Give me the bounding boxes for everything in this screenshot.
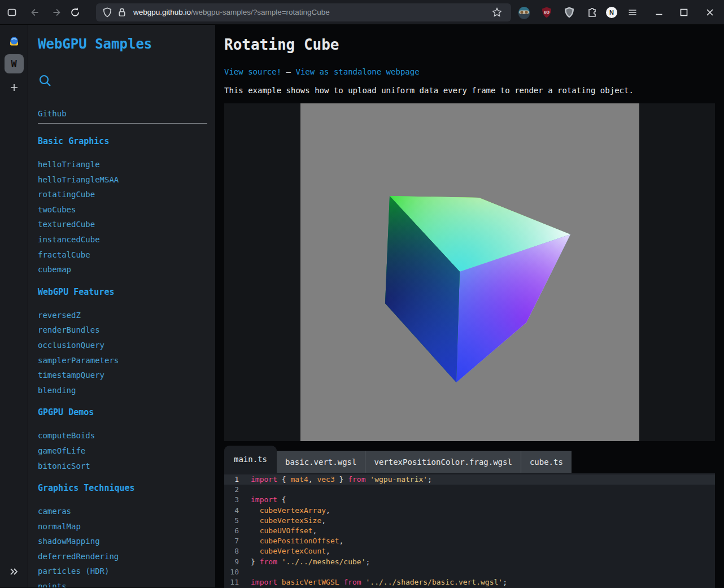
double-chevron-right-icon [8,565,20,578]
maximize-icon [678,7,690,18]
reload-icon [69,7,81,18]
sample-link-instancedCube[interactable]: instancedCube [38,235,207,250]
expand-sidebar-button[interactable] [8,565,20,580]
section-list: camerasnormalMapshadowMappingdeferredRen… [38,507,207,587]
code-tab-main-ts[interactable]: main.ts [224,446,277,473]
sample-link-gameOfLife[interactable]: gameOfLife [38,446,207,461]
code-text: import { mat4, vec3 } from 'wgpu-matrix'… [251,474,432,485]
webgpu-favicon: W [11,58,16,69]
code-line: 7 cubePositionOffset, [224,536,715,546]
bookmark-star-button[interactable] [489,4,505,21]
active-tab-button[interactable]: W [5,54,24,73]
section-list: helloTrianglehelloTriangleMSAArotatingCu… [38,160,207,280]
maximize-button[interactable] [674,3,694,22]
sample-link-bitonicSort[interactable]: bitonicSort [38,461,207,477]
sample-link-timestampQuery[interactable]: timestampQuery [38,371,207,386]
section-title: GPGPU Demos [38,407,207,417]
sample-link-points[interactable]: points [38,582,207,587]
sample-link-fractalCube[interactable]: fractalCube [38,250,207,265]
ublock-shield-icon: uO [540,6,553,19]
url-host: webgpu.github.io [133,8,191,16]
sample-link-particles-HDR-[interactable]: particles (HDR) [38,567,207,582]
sample-link-renderBundles[interactable]: renderBundles [38,325,207,341]
pinned-tab-favicon-button[interactable] [5,32,24,51]
lock-icon [116,7,128,18]
canvas-panel [224,103,715,441]
code-line: 6 cubeUVOffset, [224,526,715,536]
vertical-tab-bar: W [0,25,28,587]
menu-button[interactable] [624,4,641,21]
sample-link-deferredRendering[interactable]: deferredRendering [38,552,207,567]
line-number: 7 [224,536,239,546]
standalone-link[interactable]: View as standalone webpage [295,67,419,76]
code-line: 10 [224,567,715,577]
code-editor[interactable]: 1import { mat4, vec3 } from 'wgpu-matrix… [224,473,715,588]
star-icon [491,7,503,18]
section-list: computeBoidsgameOfLifebitonicSort [38,431,207,476]
line-number: 6 [224,526,239,536]
extension-ublock-button[interactable]: uO [538,4,555,21]
line-number: 8 [224,546,239,556]
code-text: cubeVertexArray, [251,506,330,516]
line-number: 2 [224,485,239,495]
line-number: 4 [224,506,239,516]
forward-button[interactable] [49,4,66,21]
back-arrow-icon [29,7,40,18]
sample-link-helloTriangleMSAA[interactable]: helloTriangleMSAA [38,175,207,190]
sample-title: Rotating Cube [224,35,715,54]
code-tab-basic-vert-wgsl[interactable]: basic.vert.wgsl [277,451,365,473]
code-line: 9} from '../../meshes/cube'; [224,557,715,567]
browser-toolbar: webgpu.github.io/webgpu-samples/?sample=… [0,0,724,25]
line-number: 10 [224,567,239,577]
back-button[interactable] [26,4,43,21]
sample-link-twoCubes[interactable]: twoCubes [38,205,207,220]
extension-goggles-button[interactable] [516,4,533,21]
goggles-extension-icon [517,6,531,19]
minimize-button[interactable] [649,3,669,22]
sample-link-shadowMapping[interactable]: shadowMapping [38,537,207,552]
url-bar[interactable]: webgpu.github.io/webgpu-samples/?sample=… [96,3,511,21]
sample-section: Graphics TechniquescamerasnormalMapshado… [38,483,207,587]
sample-link-samplerParameters[interactable]: samplerParameters [38,356,207,371]
github-link[interactable]: Github [38,109,207,119]
url-path: /webgpu-samples/?sample=rotatingCube [191,8,330,16]
new-tab-button[interactable] [5,78,24,97]
close-button[interactable] [700,3,719,22]
sample-link-normalMap[interactable]: normalMap [38,522,207,537]
sample-link-occlusionQuery[interactable]: occlusionQuery [38,341,207,356]
dash-separator: — [281,67,295,76]
sample-link-computeBoids[interactable]: computeBoids [38,431,207,446]
extension-shield-button[interactable] [561,4,578,21]
tab-overview-button[interactable] [3,4,20,21]
section-list: reversedZrenderBundlesocclusionQuerysamp… [38,311,207,401]
search-button[interactable] [38,73,53,90]
view-source-link[interactable]: View source! [224,67,281,76]
code-text: cubePositionOffset, [251,536,343,546]
close-icon [704,7,716,18]
sample-link-cameras[interactable]: cameras [38,507,207,522]
url-text[interactable]: webgpu.github.io/webgpu-samples/?sample=… [133,8,489,16]
n-extension-icon: N [605,6,618,19]
tracking-protection-shield-icon [102,7,113,18]
sample-link-texturedCube[interactable]: texturedCube [38,220,207,235]
plus-icon [9,82,19,93]
extension-n-button[interactable]: N [603,4,620,21]
sample-link-rotatingCube[interactable]: rotatingCube [38,190,207,205]
code-line: 8 cubeVertexCount, [224,546,715,556]
reload-button[interactable] [67,4,84,21]
sample-link-cubemap[interactable]: cubemap [38,265,207,280]
extensions-puzzle-button[interactable] [583,4,600,21]
search-icon [38,73,53,88]
code-line: 5 cubeVertexSize, [224,516,715,526]
sample-link-helloTriangle[interactable]: helloTriangle [38,160,207,175]
sample-link-reversedZ[interactable]: reversedZ [38,311,207,326]
code-tab-cube-ts[interactable]: cube.ts [521,451,572,473]
code-text: cubeUVOffset, [251,526,317,536]
section-title: Graphics Techniques [38,483,207,493]
tab-overview-icon [6,7,18,18]
line-number: 5 [224,516,239,526]
code-line: 4 cubeVertexArray, [224,506,715,516]
sample-link-blending[interactable]: blending [38,386,207,401]
sample-section: WebGPU FeaturesreversedZrenderBundlesocc… [38,287,207,401]
code-tab-vertexPositionColor-frag-wgsl[interactable]: vertexPositionColor.frag.wgsl [365,451,520,473]
